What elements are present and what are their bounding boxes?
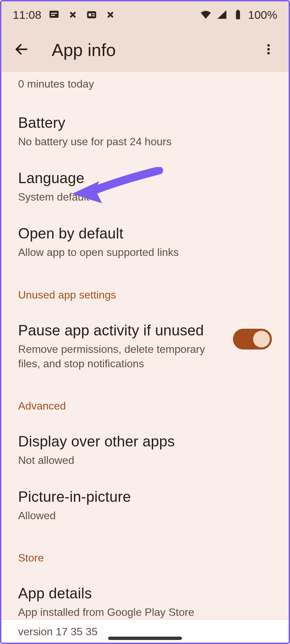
open-by-default-item[interactable]: Open by default Allow app to open suppor…: [18, 204, 272, 260]
pause-app-subtext: Remove permissions, delete temporary fil…: [18, 342, 226, 371]
pause-app-title: Pause app activity if unused: [18, 322, 233, 339]
svg-rect-0: [50, 11, 59, 18]
version-text: version 17 35 35: [18, 626, 98, 638]
pause-app-activity-item[interactable]: Pause app activity if unused Remove perm…: [18, 301, 272, 371]
message-icon: [48, 9, 60, 21]
language-title: Language: [18, 170, 272, 186]
status-battery-pct: 100%: [248, 8, 277, 21]
svg-rect-4: [89, 13, 91, 16]
status-bar-left: 11:08: [13, 8, 116, 21]
language-subtext: System default: [18, 190, 226, 204]
cellular-icon: [216, 9, 228, 21]
app-details-title: App details: [18, 585, 272, 602]
status-bar-right: 100%: [200, 8, 277, 21]
svg-point-10: [267, 48, 270, 50]
pinwheel-icon: [104, 9, 116, 21]
svg-rect-6: [92, 15, 95, 16]
pause-app-toggle[interactable]: [233, 329, 272, 350]
pip-title: Picture-in-picture: [18, 488, 272, 505]
svg-point-9: [267, 44, 270, 47]
status-bar: 11:08 100%: [1, 1, 289, 28]
wifi-icon: [200, 9, 212, 21]
app-details-item[interactable]: App details App installed from Google Pl…: [18, 564, 272, 619]
page-title: App info: [52, 40, 258, 60]
battery-item[interactable]: Battery No battery use for past 24 hours: [18, 94, 272, 149]
content-area: 0 minutes today Battery No battery use f…: [1, 72, 289, 619]
battery-subtext: No battery use for past 24 hours: [18, 135, 226, 149]
display-over-subtext: Not allowed: [18, 453, 226, 468]
svg-rect-2: [51, 15, 55, 16]
status-time: 11:08: [13, 8, 41, 21]
display-over-apps-item[interactable]: Display over other apps Not allowed: [18, 412, 272, 468]
svg-rect-7: [236, 11, 240, 19]
scroll-region[interactable]: 0 minutes today Battery No battery use f…: [1, 72, 289, 619]
news-icon: [86, 9, 98, 21]
svg-rect-5: [92, 13, 95, 14]
app-details-subtext: App installed from Google Play Store: [18, 605, 226, 619]
section-advanced: Advanced: [18, 371, 272, 412]
more-options-button[interactable]: [258, 40, 279, 60]
picture-in-picture-item[interactable]: Picture-in-picture Allowed: [18, 468, 272, 523]
arrow-back-icon: [14, 42, 29, 58]
back-button[interactable]: [11, 40, 32, 60]
svg-rect-8: [237, 10, 239, 11]
section-unused-apps: Unused app settings: [18, 260, 272, 301]
language-item[interactable]: Language System default: [18, 149, 272, 204]
app-bar: App info: [1, 28, 289, 72]
open-by-default-subtext: Allow app to open supported links: [18, 245, 226, 260]
phone-frame: 11:08 100%: [0, 0, 290, 644]
pip-subtext: Allowed: [18, 508, 226, 523]
svg-point-11: [267, 52, 270, 54]
display-over-title: Display over other apps: [18, 433, 272, 450]
more-vert-icon: [262, 43, 275, 57]
battery-icon: [232, 9, 244, 21]
screen-time-subtext: 0 minutes today: [18, 72, 272, 94]
open-by-default-title: Open by default: [18, 225, 272, 242]
toggle-knob: [253, 331, 270, 347]
pinwheel-icon: [67, 9, 79, 21]
svg-rect-1: [51, 13, 57, 14]
battery-title: Battery: [18, 114, 272, 131]
svg-rect-3: [87, 11, 96, 18]
section-store: Store: [18, 523, 272, 564]
navigation-pill[interactable]: [108, 637, 182, 640]
version-strip: version 17 35 35: [1, 619, 289, 643]
